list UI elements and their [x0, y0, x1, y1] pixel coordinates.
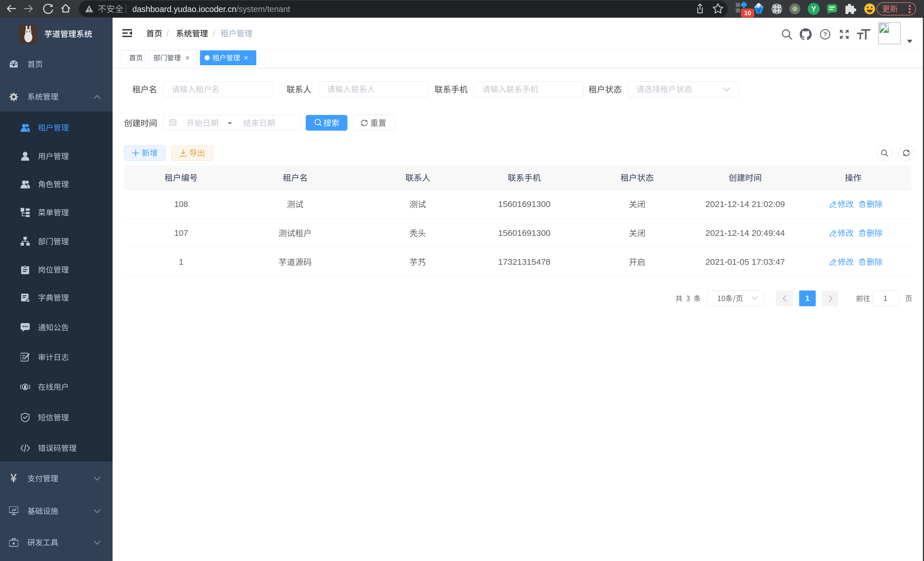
svg-text:?: ?	[824, 31, 827, 38]
svg-text:Y: Y	[811, 5, 816, 13]
